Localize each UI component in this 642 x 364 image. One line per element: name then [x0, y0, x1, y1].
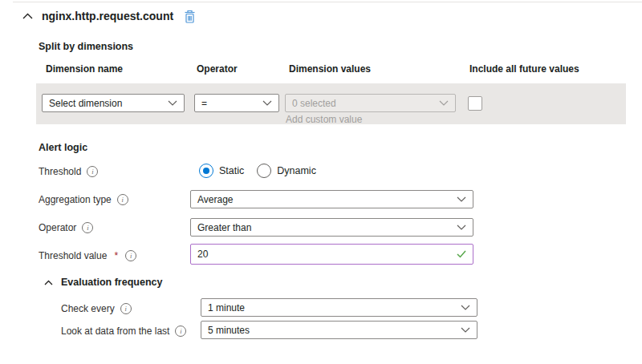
column-header-dimension-values: Dimension values: [289, 63, 371, 75]
operator-dropdown[interactable]: Greater than: [190, 218, 473, 237]
alert-condition-panel: nginx.http.request.count Split by dimens…: [0, 0, 642, 364]
chevron-down-icon: [439, 100, 449, 106]
delete-metric-trash-icon[interactable]: [184, 10, 196, 23]
threshold-value-label-row: Threshold value * i: [39, 250, 136, 261]
chevron-down-icon: [168, 100, 177, 106]
info-icon[interactable]: i: [82, 222, 93, 233]
add-custom-value-link[interactable]: Add custom value: [286, 114, 362, 125]
collapse-metric-chevron-up-icon[interactable]: [22, 13, 33, 19]
dynamic-radio-label[interactable]: Dynamic: [277, 165, 316, 176]
column-header-dimension-name: Dimension name: [46, 63, 123, 75]
aggregation-type-label-row: Aggregation type i: [39, 194, 128, 205]
threshold-label: Threshold: [39, 166, 81, 177]
threshold-value-label: Threshold value: [39, 250, 107, 261]
dimension-values-dropdown-value: 0 selected: [292, 98, 336, 109]
operator-label: Operator: [39, 222, 76, 233]
chevron-down-icon: [457, 196, 466, 202]
required-asterisk: *: [114, 250, 118, 261]
threshold-radio-group: Static Dynamic: [199, 164, 316, 178]
check-every-dropdown[interactable]: 1 minute: [201, 298, 477, 317]
look-back-label: Look at data from the last: [61, 326, 169, 337]
info-icon[interactable]: i: [117, 194, 128, 205]
collapse-evaluation-frequency-chevron-up-icon[interactable]: [44, 280, 53, 285]
aggregation-type-dropdown[interactable]: Average: [190, 190, 473, 208]
chevron-down-icon: [262, 100, 272, 106]
look-back-label-row: Look at data from the last i: [61, 326, 186, 337]
info-icon[interactable]: i: [125, 250, 136, 261]
threshold-value-field: [190, 244, 473, 265]
column-header-operator: Operator: [197, 63, 238, 75]
top-divider: [13, 2, 642, 2]
threshold-value-input[interactable]: [191, 249, 457, 260]
static-radio[interactable]: [199, 164, 213, 178]
info-icon[interactable]: i: [175, 326, 186, 337]
aggregation-type-dropdown-value: Average: [197, 194, 233, 205]
operator-label-row: Operator i: [39, 222, 93, 233]
check-every-label: Check every: [61, 303, 115, 314]
dimension-name-dropdown[interactable]: Select dimension: [42, 94, 185, 112]
alert-logic-heading: Alert logic: [39, 142, 87, 153]
dynamic-radio[interactable]: [257, 164, 271, 178]
operator-dropdown-value: Greater than: [197, 222, 251, 233]
look-back-dropdown[interactable]: 5 minutes: [201, 321, 477, 339]
split-by-dimensions-heading: Split by dimensions: [39, 41, 133, 52]
valid-checkmark-icon: [457, 250, 466, 258]
check-every-label-row: Check every i: [61, 303, 132, 314]
dimension-operator-dropdown[interactable]: =: [194, 94, 279, 112]
info-icon[interactable]: i: [87, 166, 98, 177]
chevron-down-icon: [461, 327, 470, 333]
column-header-include-future-values: Include all future values: [469, 63, 579, 75]
chevron-down-icon: [457, 224, 466, 230]
info-icon[interactable]: i: [120, 303, 132, 314]
include-all-future-values-checkbox[interactable]: [468, 96, 482, 111]
aggregation-type-label: Aggregation type: [39, 194, 112, 205]
look-back-dropdown-value: 5 minutes: [208, 325, 250, 336]
metric-title: nginx.http.request.count: [42, 10, 173, 22]
evaluation-frequency-heading: Evaluation frequency: [61, 277, 162, 288]
chevron-down-icon: [461, 305, 470, 310]
threshold-label-row: Threshold i: [39, 166, 98, 177]
dimension-values-dropdown[interactable]: 0 selected: [285, 94, 456, 112]
check-every-dropdown-value: 1 minute: [208, 302, 245, 313]
dimension-name-dropdown-value: Select dimension: [49, 98, 122, 109]
static-radio-label[interactable]: Static: [219, 165, 244, 176]
dimension-operator-dropdown-value: =: [201, 98, 207, 109]
